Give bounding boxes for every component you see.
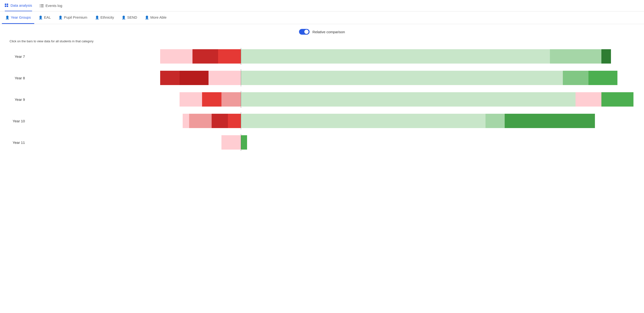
tab-more-able-label: More Able — [150, 15, 167, 19]
chart-row-year-9[interactable]: Year 9 — [10, 90, 634, 109]
neg-seg-1-0 — [208, 71, 241, 85]
bar-track-4 — [29, 134, 634, 151]
neg-segments-3 — [183, 114, 240, 128]
pos-seg-1-0 — [241, 71, 563, 85]
chart-row-year-8[interactable]: Year 8 — [10, 68, 634, 87]
tab-pupil-premium-label: Pupil Premium — [64, 15, 88, 19]
svg-rect-7 — [41, 5, 44, 6]
person-icon-year-groups: 👤 — [5, 15, 9, 19]
person-icon-send: 👤 — [122, 15, 126, 19]
pos-seg-2-1 — [576, 92, 602, 107]
tab-ethnicity-label: Ethnicity — [100, 15, 114, 19]
grid-icon — [5, 3, 8, 7]
top-nav-data-analysis-label: Data analysis — [10, 3, 32, 7]
tab-send-label: SEND — [127, 15, 137, 19]
top-nav: Data analysis Events log — [0, 0, 644, 11]
chart-row-year-10[interactable]: Year 10 — [10, 111, 634, 131]
bar-track-2 — [29, 91, 634, 108]
toggle-knob — [304, 30, 308, 34]
neg-segments-2 — [180, 92, 241, 107]
list-icon — [40, 4, 44, 8]
tab-eal[interactable]: 👤 EAL — [35, 11, 54, 24]
tab-year-groups[interactable]: 👤 Year Groups — [2, 11, 34, 24]
bar-track-0 — [29, 48, 634, 65]
chart-row-year-11[interactable]: Year 11 — [10, 133, 634, 152]
tab-eal-label: EAL — [44, 15, 51, 19]
pos-seg-4-0 — [241, 135, 247, 150]
chart-area: Click on the bars to view data for all s… — [0, 37, 644, 159]
chart-row-year-7[interactable]: Year 7 — [10, 47, 634, 66]
pos-segments-0 — [241, 49, 611, 64]
year-label-3: Year 10 — [10, 119, 29, 123]
person-icon-pupil-premium: 👤 — [58, 15, 62, 19]
svg-rect-4 — [40, 4, 40, 5]
chart-instruction: Click on the bars to view data for all s… — [10, 39, 634, 43]
pos-segments-4 — [241, 135, 247, 150]
person-icon-more-able: 👤 — [145, 15, 149, 19]
neg-seg-1-1 — [180, 71, 208, 85]
neg-seg-2-2 — [180, 92, 202, 107]
pos-seg-0-2 — [602, 49, 611, 64]
neg-seg-3-1 — [212, 114, 228, 128]
center-line-1 — [241, 70, 241, 86]
svg-rect-6 — [40, 5, 40, 6]
svg-rect-0 — [5, 3, 6, 5]
person-icon-ethnicity: 👤 — [95, 15, 99, 19]
pos-segments-1 — [241, 71, 618, 85]
relative-comparison-toggle[interactable] — [299, 29, 310, 35]
center-line-4 — [241, 134, 241, 151]
pos-seg-1-1 — [563, 71, 589, 85]
pos-seg-3-0 — [241, 114, 486, 128]
svg-rect-5 — [41, 4, 44, 5]
bar-track-3 — [29, 113, 634, 129]
year-label-4: Year 11 — [10, 141, 29, 145]
center-line-2 — [241, 91, 241, 108]
pos-seg-1-2 — [588, 71, 618, 85]
svg-rect-1 — [5, 5, 6, 7]
neg-segments-1 — [160, 71, 240, 85]
year-label-1: Year 8 — [10, 76, 29, 80]
neg-seg-3-3 — [183, 114, 189, 128]
chart-container: Year 7Year 8Year 9Year 10Year 11 — [10, 47, 634, 152]
neg-seg-1-2 — [160, 71, 180, 85]
pos-segments-3 — [241, 114, 595, 128]
tab-nav: 👤 Year Groups 👤 EAL 👤 Pupil Premium 👤 Et… — [0, 11, 644, 24]
neg-segments-4 — [222, 135, 241, 150]
neg-seg-3-2 — [189, 114, 212, 128]
center-line-0 — [241, 48, 241, 65]
top-nav-events-log-label: Events log — [46, 3, 62, 8]
neg-seg-0-1 — [192, 49, 218, 64]
pos-seg-2-2 — [602, 92, 634, 107]
neg-seg-0-2 — [160, 49, 192, 64]
neg-seg-2-1 — [202, 92, 222, 107]
year-label-0: Year 7 — [10, 54, 29, 59]
neg-seg-2-0 — [222, 92, 241, 107]
pos-seg-0-1 — [550, 49, 602, 64]
neg-seg-3-0 — [228, 114, 241, 128]
neg-seg-4-0 — [222, 135, 241, 150]
svg-rect-2 — [7, 3, 8, 5]
svg-rect-9 — [41, 7, 44, 7]
center-line-3 — [241, 113, 241, 129]
bar-track-1 — [29, 70, 634, 86]
top-nav-data-analysis[interactable]: Data analysis — [5, 0, 32, 11]
neg-seg-0-0 — [218, 49, 240, 64]
pos-seg-3-1 — [486, 114, 505, 128]
tab-year-groups-label: Year Groups — [11, 15, 31, 19]
svg-rect-3 — [7, 5, 8, 7]
year-label-2: Year 9 — [10, 98, 29, 102]
pos-seg-3-2 — [505, 114, 595, 128]
tab-pupil-premium[interactable]: 👤 Pupil Premium — [55, 11, 91, 24]
pos-seg-0-0 — [241, 49, 550, 64]
tab-send[interactable]: 👤 SEND — [118, 11, 140, 24]
person-icon-eal: 👤 — [38, 15, 42, 19]
tab-ethnicity[interactable]: 👤 Ethnicity — [92, 11, 118, 24]
pos-segments-2 — [241, 92, 634, 107]
pos-seg-2-0 — [241, 92, 576, 107]
top-nav-events-log[interactable]: Events log — [40, 0, 62, 11]
toggle-label: Relative comparison — [312, 30, 345, 34]
svg-rect-8 — [40, 7, 40, 7]
neg-segments-0 — [160, 49, 240, 64]
tab-more-able[interactable]: 👤 More Able — [142, 11, 170, 24]
toggle-area: Relative comparison — [0, 24, 644, 37]
